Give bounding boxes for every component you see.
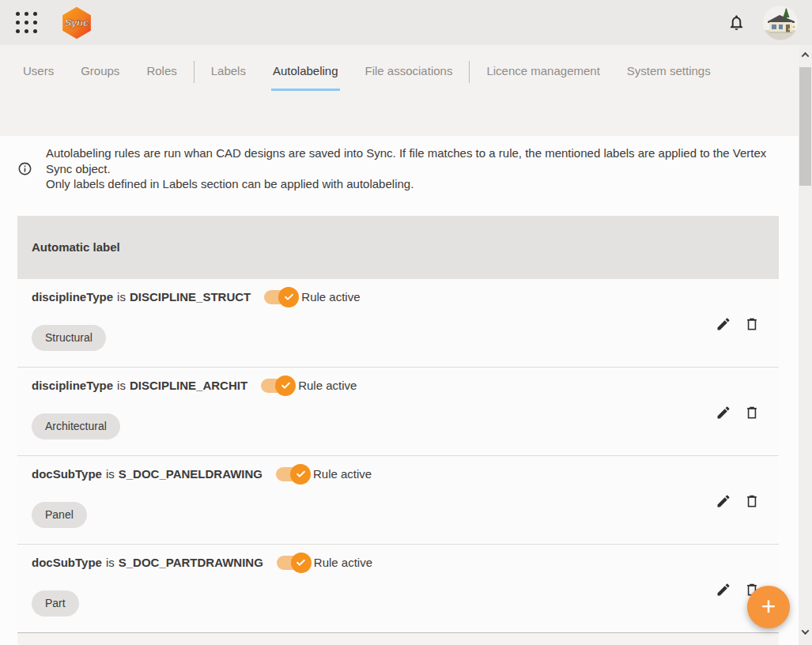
toggle-label: Rule active	[301, 290, 360, 304]
tab-autolabeling[interactable]: Autolabeling	[271, 45, 340, 91]
notifications-button[interactable]	[726, 12, 747, 33]
delete-rule-button[interactable]	[744, 405, 760, 421]
info-banner: Autolabeling rules are run whan CAD desi…	[0, 136, 812, 192]
rule-active-toggle-wrap: Rule active	[261, 379, 357, 393]
tab-licence-management[interactable]: Licence management	[485, 45, 601, 91]
sync-logo[interactable]: Sync	[61, 6, 93, 40]
check-icon	[280, 379, 292, 391]
sync-logo-hexagon-icon: Sync	[61, 6, 93, 40]
next-row-partial	[17, 633, 779, 645]
toggle-thumb	[278, 287, 299, 307]
row-actions	[716, 493, 760, 509]
rule-active-toggle-wrap: Rule active	[277, 556, 372, 570]
condition-value: S_DOC_PARTDRAWNING	[119, 556, 263, 569]
label-chip: Architectural	[32, 413, 120, 439]
condition-field: docSubType	[32, 467, 102, 481]
rule-row: disciplineType is DISCIPLINE_ARCHIT Rule…	[17, 368, 779, 456]
condition-field: disciplineType	[32, 290, 113, 304]
condition-operator: is	[117, 379, 126, 392]
check-icon	[283, 291, 295, 303]
pencil-icon	[716, 493, 731, 509]
tab-labels[interactable]: Labels	[210, 45, 247, 91]
rule-active-toggle[interactable]	[261, 379, 293, 393]
autolabel-rules-table: Automatic label disciplineType is DISCIP…	[17, 216, 779, 645]
pencil-icon	[716, 582, 731, 598]
rule-condition: disciplineType is DISCIPLINE_STRUCT Rule…	[32, 290, 765, 304]
chevron-down-icon	[802, 627, 810, 635]
trash-icon	[744, 493, 760, 509]
condition-field: docSubType	[32, 556, 102, 569]
info-line-2: Only labels defined in Labels section ca…	[46, 176, 770, 192]
condition-operator: is	[106, 467, 115, 481]
app-grid-icon	[16, 12, 37, 33]
scrollbar-thumb[interactable]	[799, 67, 811, 186]
condition-operator: is	[106, 556, 115, 569]
condition-operator: is	[117, 290, 126, 304]
toggle-label: Rule active	[313, 467, 372, 481]
autolabeling-content: Autolabeling rules are run whan CAD desi…	[0, 136, 812, 645]
rule-row: docSubType is S_DOC_PARTDRAWNING Rule ac…	[17, 545, 779, 633]
edit-rule-button[interactable]	[716, 493, 731, 509]
tab-divider	[194, 61, 195, 83]
settings-tab-bar: Users Groups Roles Labels Autolabeling F…	[0, 45, 812, 136]
toggle-label: Rule active	[298, 379, 357, 392]
rule-condition: docSubType is S_DOC_PANELDRAWING Rule ac…	[32, 467, 765, 481]
info-text: Autolabeling rules are run whan CAD desi…	[46, 145, 770, 192]
top-app-bar: Sync	[0, 0, 812, 45]
rule-active-toggle[interactable]	[277, 556, 308, 570]
tab-file-associations[interactable]: File associations	[364, 45, 455, 91]
rule-row: docSubType is S_DOC_PANELDRAWING Rule ac…	[17, 456, 779, 545]
user-avatar-house-image	[763, 6, 798, 40]
tab-divider	[469, 61, 470, 83]
tab-users[interactable]: Users	[21, 45, 55, 91]
rule-active-toggle-wrap: Rule active	[264, 290, 360, 304]
toggle-thumb	[290, 464, 311, 485]
rule-active-toggle[interactable]	[264, 290, 296, 304]
tab-system-settings[interactable]: System settings	[625, 45, 712, 91]
rule-condition: docSubType is S_DOC_PARTDRAWNING Rule ac…	[32, 556, 765, 570]
vertical-scrollbar[interactable]	[799, 45, 812, 645]
info-line-1: Autolabeling rules are run whan CAD desi…	[46, 145, 770, 176]
info-icon	[17, 161, 32, 176]
pencil-icon	[716, 405, 731, 421]
row-actions	[716, 405, 760, 421]
table-header-label: Automatic label	[32, 240, 120, 254]
tab-roles[interactable]: Roles	[145, 45, 178, 91]
toggle-label: Rule active	[314, 556, 372, 569]
tab-groups[interactable]: Groups	[79, 45, 121, 91]
trash-icon	[744, 316, 760, 332]
app-grid-button[interactable]	[13, 9, 40, 36]
scroll-down-button[interactable]	[799, 625, 812, 639]
label-chip: Part	[32, 590, 79, 617]
scroll-up-button[interactable]	[799, 48, 812, 62]
label-chip: Structural	[32, 325, 106, 351]
condition-field: disciplineType	[32, 379, 113, 392]
rule-active-toggle-wrap: Rule active	[276, 467, 372, 481]
condition-value: DISCIPLINE_ARCHIT	[130, 379, 247, 392]
delete-rule-button[interactable]	[744, 316, 760, 332]
rule-condition: disciplineType is DISCIPLINE_ARCHIT Rule…	[32, 379, 765, 393]
trash-icon	[744, 405, 760, 421]
chevron-up-icon	[802, 52, 810, 60]
condition-value: S_DOC_PANELDRAWING	[119, 467, 262, 481]
table-header: Automatic label	[17, 216, 779, 279]
delete-rule-button[interactable]	[744, 493, 760, 509]
rule-active-toggle[interactable]	[276, 467, 308, 481]
label-chip: Panel	[32, 502, 87, 528]
toggle-thumb	[275, 375, 296, 396]
edit-rule-button[interactable]	[716, 316, 731, 332]
toggle-thumb	[291, 553, 312, 573]
pencil-icon	[716, 316, 731, 332]
tabs: Users Groups Roles Labels Autolabeling F…	[9, 45, 812, 91]
edit-rule-button[interactable]	[716, 405, 731, 421]
bell-icon	[727, 13, 746, 32]
check-icon	[295, 468, 307, 480]
condition-value: DISCIPLINE_STRUCT	[130, 290, 251, 304]
check-icon	[295, 556, 307, 568]
edit-rule-button[interactable]	[716, 582, 731, 598]
user-avatar[interactable]	[763, 6, 798, 40]
add-rule-fab[interactable]: +	[747, 586, 790, 628]
rule-row: disciplineType is DISCIPLINE_STRUCT Rule…	[17, 279, 779, 368]
sync-logo-text: Sync	[65, 17, 89, 28]
row-actions	[716, 316, 760, 332]
